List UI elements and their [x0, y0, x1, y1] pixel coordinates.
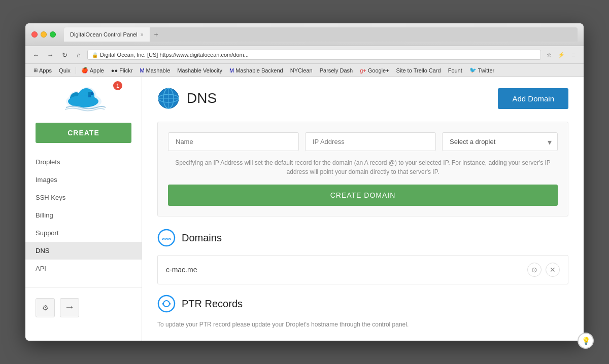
bookmark-trello-label: Site to Trello Card [396, 67, 441, 74]
logo-svg [61, 82, 107, 113]
svg-text:www: www [161, 236, 172, 241]
logout-button[interactable]: ⭢ [60, 298, 79, 317]
page-header: DNS Add Domain [157, 87, 568, 110]
bookmark-googleplus-label: Google+ [368, 67, 389, 74]
bookmark-twitter[interactable]: 🐦 Twitter [466, 66, 497, 75]
nav-bar: ← → ↻ ⌂ 🔒 Digital Ocean, Inc. [US] https… [25, 46, 584, 64]
mashable-backend-icon: M [229, 67, 234, 74]
extensions-icon[interactable]: ⚡ [556, 50, 566, 60]
bookmark-trello[interactable]: Site to Trello Card [393, 66, 444, 75]
bookmark-nyclean[interactable]: NYClean [287, 66, 316, 75]
secure-icon: 🔒 [92, 52, 98, 58]
tab-bar: DigitalOcean Control Panel × + [64, 27, 578, 42]
bookmark-twitter-label: Twitter [478, 67, 494, 74]
bookmark-flickr-label: Flickr [119, 67, 132, 74]
notification-badge[interactable]: 1 [113, 81, 122, 90]
logo-area: 1 [25, 77, 142, 123]
gear-icon: ⚙ [42, 304, 49, 312]
form-hint-text: Specifying an IP Address will set the de… [168, 158, 558, 176]
mashable-icon: M [140, 67, 144, 74]
browser-window: DigitalOcean Control Panel × + ← → ↻ ⌂ 🔒… [25, 23, 584, 341]
title-bar: DigitalOcean Control Panel × + [25, 23, 584, 46]
twitter-icon: 🐦 [469, 67, 477, 74]
sidebar-bottom-bar: ⚙ ⭢ [25, 287, 142, 327]
dns-globe-icon [157, 87, 180, 110]
url-display: Digital Ocean, Inc. [US] https://www.dig… [100, 52, 249, 58]
sidebar-item-api[interactable]: API [25, 260, 142, 277]
www-icon: www [157, 229, 176, 247]
menu-icon[interactable]: ≡ [568, 50, 579, 60]
fullscreen-traffic-light[interactable] [50, 31, 56, 38]
address-bar[interactable]: 🔒 Digital Ocean, Inc. [US] https://www.d… [87, 50, 541, 60]
bookmark-quix-label: Quix [59, 67, 71, 74]
search-icon: ⊙ [531, 266, 537, 274]
bookmark-mashable-backend-label: Mashable Backend [235, 67, 283, 74]
tab-close-btn[interactable]: × [141, 32, 144, 38]
settings-button[interactable]: ⚙ [36, 298, 55, 317]
svg-point-16 [158, 296, 175, 312]
back-button[interactable]: ← [30, 49, 42, 60]
bookmark-flickr[interactable]: ●● Flickr [108, 66, 136, 75]
add-domain-button[interactable]: Add Domain [498, 88, 568, 109]
domain-delete-button[interactable]: ✕ [546, 263, 560, 277]
droplet-select-wrapper: Select a droplet ▾ [442, 132, 558, 151]
bookmark-apple[interactable]: 🍎 Apple [78, 66, 107, 75]
bookmark-fount-label: Fount [448, 67, 462, 74]
ptr-icon [157, 295, 176, 313]
sidebar-item-billing[interactable]: Billing [25, 206, 142, 224]
ip-address-input[interactable] [305, 132, 436, 151]
bookmark-apps-label: Apps [39, 67, 52, 74]
bookmark-star-icon[interactable]: ☆ [544, 50, 554, 60]
nav-menu: Droplets Images SSH Keys Billing Support… [25, 153, 142, 277]
bookmark-quix[interactable]: Quix [56, 66, 74, 75]
sidebar-item-images[interactable]: Images [25, 171, 142, 189]
forward-button[interactable]: → [45, 49, 56, 60]
traffic-lights [31, 31, 56, 38]
bookmark-mashable-backend[interactable]: M Mashable Backend [226, 66, 286, 75]
form-row: Select a droplet ▾ [168, 132, 558, 151]
home-button[interactable]: ⌂ [73, 49, 84, 60]
close-icon: ✕ [550, 266, 556, 274]
bookmark-mashable-velocity[interactable]: Mashable Velocity [174, 66, 225, 75]
bookmark-apps[interactable]: ⊞ Apps [30, 66, 55, 75]
droplet-select[interactable]: Select a droplet [442, 132, 558, 151]
sidebar-item-support[interactable]: Support [25, 224, 142, 242]
domain-actions: ⊙ ✕ [527, 263, 560, 277]
help-bubble-button[interactable]: 💡 [578, 333, 594, 349]
nav-icons: ☆ ⚡ ≡ [544, 50, 579, 60]
svg-rect-8 [88, 95, 91, 97]
logout-icon: ⭢ [66, 304, 73, 312]
bookmark-googleplus[interactable]: g+ Google+ [357, 66, 392, 75]
sidebar-item-sshkeys[interactable]: SSH Keys [25, 189, 142, 206]
reload-button[interactable]: ↻ [59, 49, 70, 60]
bookmark-mashable-label: Mashable [146, 67, 171, 74]
svg-rect-7 [91, 92, 93, 95]
svg-rect-6 [88, 92, 91, 95]
minimize-traffic-light[interactable] [41, 31, 47, 38]
sidebar-item-droplets[interactable]: Droplets [25, 153, 142, 171]
flickr-icon: ●● [111, 67, 118, 74]
create-domain-form: Select a droplet ▾ Specifying an IP Addr… [157, 122, 568, 216]
bookmark-parsely[interactable]: Parsely Dash [317, 66, 356, 75]
bookmark-parsely-label: Parsely Dash [320, 67, 353, 74]
lightbulb-icon: 💡 [582, 337, 590, 345]
bookmark-mashable-velocity-label: Mashable Velocity [177, 67, 222, 74]
close-traffic-light[interactable] [31, 31, 38, 38]
bookmark-fount[interactable]: Fount [445, 66, 465, 75]
domain-list-item: c-mac.me ⊙ ✕ [157, 255, 568, 284]
domain-search-button[interactable]: ⊙ [527, 263, 542, 277]
new-tab-button[interactable]: + [150, 28, 162, 41]
create-domain-button[interactable]: CREATE DOMAIN [168, 185, 558, 206]
apps-grid-icon: ⊞ [33, 67, 38, 73]
ptr-section-header: PTR Records [157, 295, 568, 313]
sidebar-item-dns[interactable]: DNS [25, 242, 142, 260]
main-content: DNS Add Domain Select a droplet ▾ Speci [142, 77, 584, 341]
bookmark-mashable[interactable]: M Mashable [137, 66, 173, 75]
browser-tab[interactable]: DigitalOcean Control Panel × [64, 27, 150, 42]
google-plus-icon: g+ [360, 67, 366, 74]
create-button[interactable]: CREATE [36, 123, 131, 143]
domain-name-input[interactable] [168, 132, 299, 151]
domain-name: c-mac.me [166, 266, 197, 274]
bookmarks-bar: ⊞ Apps Quix 🍎 Apple ●● Flickr M Mashable… [25, 64, 584, 77]
page-title-area: DNS [157, 87, 217, 110]
